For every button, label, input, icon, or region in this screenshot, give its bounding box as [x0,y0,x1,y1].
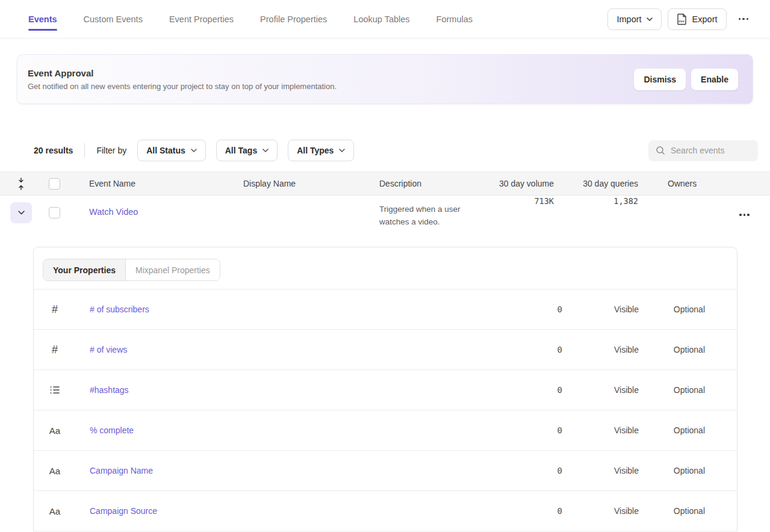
ellipsis-icon [739,18,741,20]
row-checkbox[interactable] [49,207,60,218]
events-table-header: Event Name Display Name Description 30 d… [0,172,770,196]
chevron-down-icon [339,149,345,152]
property-name-link[interactable]: # of subscribers [90,305,149,314]
property-row: #hashtags 0 Visible Optional [34,370,737,410]
banner-description: Get notified on all new events entering … [28,82,337,91]
divider [84,143,85,158]
property-volume: 0 [502,385,562,395]
property-volume: 0 [502,466,562,475]
svg-text:csv: csv [678,19,685,22]
property-row: Aa Campaign Source 0 Visible Optional [34,491,737,531]
property-volume: 0 [502,506,562,516]
col-header-event-name: Event Name [67,179,243,188]
property-visibility: Visible [562,385,639,395]
col-header-volume: 30 day volume [482,179,554,188]
property-requirement: Optional [639,425,705,435]
ellipsis-icon [739,214,742,216]
export-button[interactable]: csv Export [668,8,727,30]
properties-panel: Your Properties Mixpanel Properties # # … [33,247,737,531]
filter-toolbar: 20 results Filter by All Status All Tags… [34,140,758,161]
col-header-queries: 30 day queries [554,179,638,188]
chevron-down-icon [18,211,25,215]
tab-mixpanel-properties[interactable]: Mixpanel Properties [126,259,220,280]
property-requirement: Optional [639,345,705,354]
property-visibility: Visible [562,506,639,516]
hash-icon: # [52,344,58,356]
select-all-checkbox[interactable] [49,178,60,190]
property-row: # # of views 0 Visible Optional [34,330,737,370]
col-header-description: Description [379,179,482,188]
properties-tabs: Your Properties Mixpanel Properties [34,247,737,289]
banner-text: Event Approval Get notified on all new e… [28,68,337,91]
property-name-link[interactable]: Campaign Source [90,506,157,516]
volume-cell: 713K [534,196,554,206]
banner-actions: Dismiss Enable [634,69,738,90]
property-visibility: Visible [562,305,639,314]
banner-title: Event Approval [28,68,337,78]
import-label: Import [616,14,641,24]
search-box [648,140,758,161]
search-input[interactable] [671,146,752,155]
event-name-link[interactable]: Watch Video [89,207,138,217]
tab-formulas[interactable]: Formulas [436,0,473,38]
table-row-watch-video: Watch Video Triggered when a user watche… [0,196,770,230]
list-icon [50,386,60,394]
dismiss-button[interactable]: Dismiss [634,69,686,90]
property-requirement: Optional [639,385,705,395]
filter-by-label: Filter by [96,146,126,155]
tab-profile-properties[interactable]: Profile Properties [260,0,327,38]
search-icon [656,146,665,155]
export-label: Export [692,14,718,24]
queries-cell: 1,382 [613,196,638,206]
property-visibility: Visible [562,345,639,354]
results-count: 20 results [34,146,73,155]
chevron-down-icon [262,149,269,152]
text-aa-icon: Aa [49,466,60,476]
event-approval-banner: Event Approval Get notified on all new e… [17,54,753,104]
col-header-display-name: Display Name [243,179,379,188]
col-header-owners: Owners [638,179,716,188]
property-volume: 0 [502,425,562,435]
description-cell: Triggered when a user watches a video. [379,203,482,228]
hash-icon: # [52,303,58,316]
property-row: Aa Campaign Name 0 Visible Optional [34,451,737,491]
status-filter-dropdown[interactable]: All Status [137,140,206,161]
tags-filter-dropdown[interactable]: All Tags [216,140,278,161]
property-visibility: Visible [562,425,639,435]
tab-custom-events[interactable]: Custom Events [84,0,143,38]
text-aa-icon: Aa [49,506,60,516]
row-more-options-button[interactable] [736,209,753,221]
property-row: # # of subscribers 0 Visible Optional [34,289,737,330]
property-requirement: Optional [639,305,705,314]
property-name-link[interactable]: #hashtags [90,385,129,395]
csv-file-icon: csv [677,13,688,25]
property-name-link[interactable]: # of views [90,345,127,354]
top-nav: Events Custom Events Event Properties Pr… [0,0,770,39]
property-row: Aa % complete 0 Visible Optional [34,410,737,451]
tab-event-properties[interactable]: Event Properties [169,0,234,38]
tab-events[interactable]: Events [28,0,57,38]
collapse-rows-icon [17,178,25,190]
text-aa-icon: Aa [49,425,60,436]
tab-lookup-tables[interactable]: Lookup Tables [353,0,409,38]
top-nav-actions: Import csv Export [607,8,752,30]
lexicon-tabs: Events Custom Events Event Properties Pr… [28,0,499,38]
chevron-down-icon [191,149,197,152]
import-button[interactable]: Import [607,8,661,30]
collapse-row-button[interactable] [10,202,32,223]
collapse-all-button[interactable] [0,178,42,190]
property-volume: 0 [502,345,562,354]
more-options-button[interactable] [735,13,753,25]
tab-your-properties[interactable]: Your Properties [43,259,126,280]
property-name-link[interactable]: Campaign Name [90,466,153,475]
property-visibility: Visible [562,466,639,475]
property-requirement: Optional [639,466,705,475]
types-filter-dropdown[interactable]: All Types [288,140,354,161]
property-volume: 0 [502,305,562,314]
property-name-link[interactable]: % complete [90,425,134,435]
chevron-down-icon [647,17,653,21]
property-requirement: Optional [639,506,705,516]
enable-button[interactable]: Enable [691,69,738,90]
